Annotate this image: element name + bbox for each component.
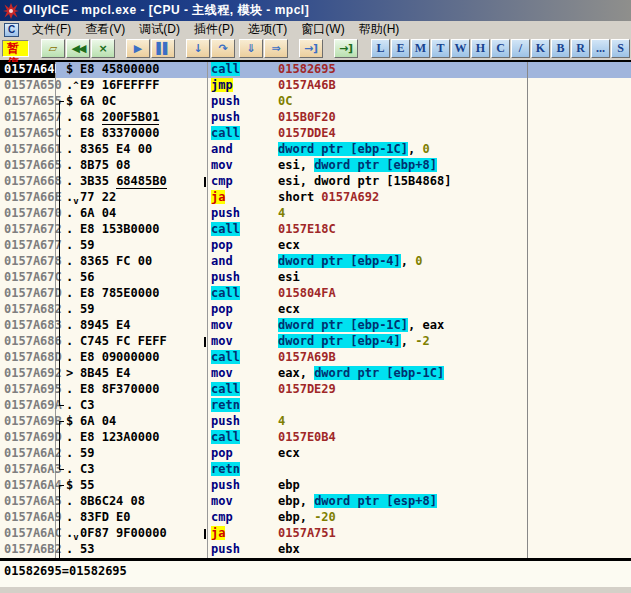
disasm-row[interactable]: 0157A6B2.53pushebx <box>0 542 631 558</box>
disasm-instruction: movesi, dword ptr [ebp+8] <box>208 158 528 174</box>
disasm-row[interactable]: 0157A6A5.8B6C24 08movebp, dword ptr [esp… <box>0 494 631 510</box>
disasm-row[interactable]: 0157A6A4$55pushebp <box>0 478 631 494</box>
disasm-row[interactable]: 0157A67D.E8 785E0000call015804FA <box>0 286 631 302</box>
operand-segment: ecx <box>278 238 300 252</box>
byte-segment: 68485B0 <box>116 174 167 189</box>
jump-down-icon: v <box>73 532 78 542</box>
disasm-instruction: push4 <box>208 206 528 222</box>
disasm-comment <box>528 318 631 334</box>
mnemonic: mov <box>211 366 278 382</box>
disasm-row[interactable]: 0157A68D.E8 09000000call0157A69B <box>0 350 631 366</box>
cpu-window-icon[interactable]: C <box>4 23 19 37</box>
byte-segment: E8 785E0000 <box>80 286 159 300</box>
menu-item[interactable]: 文件(F) <box>25 20 78 39</box>
disasm-row[interactable]: 0157A69B$6A 04push4 <box>0 414 631 430</box>
trace-over-button[interactable]: ⇒ <box>264 39 288 58</box>
flow-symbol: . <box>66 398 80 414</box>
disasm-row[interactable]: 0157A655$6A 0Cpush0C <box>0 94 631 110</box>
disasm-row[interactable]: 0157A665.8B75 08movesi, dword ptr [ebp+8… <box>0 158 631 174</box>
disasm-row[interactable]: 0157A682.59popecx <box>0 302 631 318</box>
byte-string: E8 785E0000 <box>80 286 159 302</box>
flow-symbol: . <box>66 238 80 254</box>
flow-symbol: . <box>66 350 80 366</box>
disasm-instruction: jmp0157A46B <box>208 78 528 94</box>
operand-segment: ecx <box>278 446 300 460</box>
toolbar-letter-button-M[interactable]: M <box>411 39 430 58</box>
operand-segment: 0 <box>423 142 430 156</box>
toolbar-letter-button-E[interactable]: E <box>391 39 410 58</box>
disasm-row[interactable]: 0157A670.6A 04push4 <box>0 206 631 222</box>
loop-bracket <box>57 110 66 126</box>
pause-button[interactable]: ▌▌ <box>151 39 175 58</box>
disasm-row[interactable]: 0157A668.3B35 68485B0cmpesi, dword ptr [… <box>0 174 631 190</box>
byte-segment: E8 45800000 <box>80 62 159 76</box>
execute-till-return-button[interactable]: →] <box>299 39 323 58</box>
toolbar-letter-button-H[interactable]: H <box>471 39 490 58</box>
byte-segment: 6A 04 <box>80 206 116 220</box>
disasm-address: 0157A695 <box>0 382 56 398</box>
disasm-row[interactable]: 0157A692>8B45 E4moveax, dword ptr [ebp-1… <box>0 366 631 382</box>
run-button[interactable]: ▶ <box>126 39 150 58</box>
disasm-row[interactable]: 0157A67C.56pushesi <box>0 270 631 286</box>
toolbar-letter-button-K[interactable]: K <box>531 39 550 58</box>
truncation-mark <box>204 529 206 539</box>
disasm-row[interactable]: 0157A695.E8 8F370000call0157DE29 <box>0 382 631 398</box>
disasm-row[interactable]: 0157A66E.v77 22jashort 0157A692 <box>0 190 631 206</box>
restart-button[interactable]: ◀◀ <box>66 39 90 58</box>
toolbar-letter-button-R[interactable]: R <box>571 39 590 58</box>
menu-item[interactable]: 选项(T) <box>241 20 294 39</box>
mnemonic: call <box>211 430 278 446</box>
toolbar-letter-button-C[interactable]: C <box>491 39 510 58</box>
disasm-row[interactable]: 0157A678.8365 FC 00anddword ptr [ebp-4],… <box>0 254 631 270</box>
step-into-button[interactable]: ↓ <box>186 39 210 58</box>
disasm-row[interactable]: 0157A677.59popecx <box>0 238 631 254</box>
disasm-row[interactable]: 0157A6A2.59popecx <box>0 446 631 462</box>
menu-item[interactable]: 帮助(H) <box>352 20 407 39</box>
flow-symbol: . <box>66 174 80 190</box>
disasm-hex-bytes: .E8 153B0000 <box>56 222 208 238</box>
disasm-row[interactable]: 0157A657.68 200F5B01push015B0F20 <box>0 110 631 126</box>
flow-symbol: . <box>66 542 80 558</box>
disasm-row[interactable]: 0157A6A9.83FD E0cmpebp, -20 <box>0 510 631 526</box>
disasm-hex-bytes: .8B75 08 <box>56 158 208 174</box>
disasm-row[interactable]: 0157A683.8945 E4movdword ptr [ebp-1C], e… <box>0 318 631 334</box>
disasm-row[interactable]: 0157A69A.C3retn <box>0 398 631 414</box>
menu-item[interactable]: 插件(P) <box>187 20 241 39</box>
toolbar-letter-button-S[interactable]: S <box>611 39 630 58</box>
disasm-row[interactable]: 0157A661.8365 E4 00anddword ptr [ebp-1C]… <box>0 142 631 158</box>
disassembly-pane[interactable]: 0157A64B$E8 45800000call015826950157A650… <box>0 60 631 561</box>
disasm-row[interactable]: 0157A69D.E8 123A0000call0157E0B4 <box>0 430 631 446</box>
disasm-row[interactable]: 0157A6AC.v0F87 9F00000ja0157A751 <box>0 526 631 542</box>
trace-into-button[interactable]: ⇓ <box>239 39 263 58</box>
byte-string: E8 45800000 <box>80 62 159 78</box>
byte-segment: 3B35 <box>80 174 116 188</box>
disasm-instruction: moveax, dword ptr [ebp-1C] <box>208 366 528 382</box>
operand-segment: esi <box>278 270 300 284</box>
operands: ebp, -20 <box>278 510 336 526</box>
disasm-row[interactable]: 0157A672.E8 153B0000call0157E18C <box>0 222 631 238</box>
close-program-button[interactable]: × <box>91 39 115 58</box>
toolbar-letter-button-W[interactable]: W <box>451 39 470 58</box>
loop-bracket <box>57 430 66 446</box>
menu-item[interactable]: 查看(V) <box>78 20 132 39</box>
disasm-row[interactable]: 0157A6A3.C3retn <box>0 462 631 478</box>
menu-item[interactable]: 窗口(W) <box>294 20 351 39</box>
byte-string: 56 <box>80 270 94 286</box>
disasm-hex-bytes: >8B45 E4 <box>56 366 208 382</box>
toolbar-letter-button-T[interactable]: T <box>431 39 450 58</box>
open-file-button[interactable]: ▱ <box>41 39 65 58</box>
toolbar-letter-button-B[interactable]: B <box>551 39 570 58</box>
toolbar-letter-button-L[interactable]: L <box>371 39 390 58</box>
disasm-row[interactable]: 0157A686.C745 FC FEFFmovdword ptr [ebp-4… <box>0 334 631 350</box>
step-over-button[interactable]: ↷ <box>211 39 235 58</box>
toolbar-letter-button-more[interactable]: ... <box>591 39 610 58</box>
disasm-instruction: push015B0F20 <box>208 110 528 126</box>
flow-symbol: . <box>66 302 80 318</box>
byte-segment: 8365 E4 00 <box>80 142 152 156</box>
menu-item[interactable]: 调试(D) <box>132 20 187 39</box>
disasm-row[interactable]: 0157A64B$E8 45800000call01582695 <box>0 62 631 78</box>
toolbar-letter-button-slash[interactable]: / <box>511 39 530 58</box>
disasm-row[interactable]: 0157A650.^E9 16FEFFFFjmp0157A46B <box>0 78 631 94</box>
disasm-row[interactable]: 0157A65C.E8 83370000call0157DDE4 <box>0 126 631 142</box>
goto-button[interactable]: →] <box>334 39 358 58</box>
